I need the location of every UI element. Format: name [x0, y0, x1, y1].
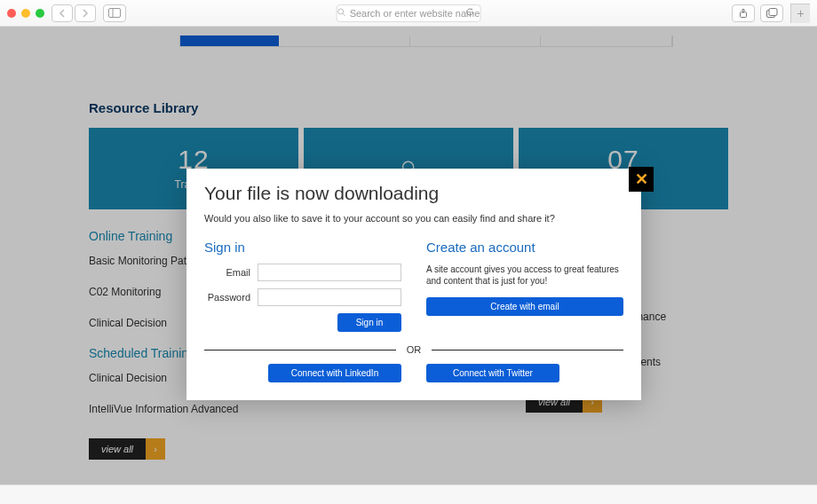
new-tab-button[interactable]: + — [790, 4, 810, 23]
sidebar-toggle-button[interactable] — [103, 4, 126, 22]
tabs-button[interactable] — [760, 4, 783, 22]
close-button[interactable]: ✕ — [629, 167, 654, 192]
close-icon: ✕ — [635, 169, 648, 189]
traffic-lights — [7, 9, 44, 18]
signin-heading: Sign in — [204, 240, 401, 255]
signin-button[interactable]: Sign in — [337, 313, 401, 332]
password-label: Password — [204, 292, 258, 303]
share-button[interactable] — [732, 4, 755, 22]
or-divider: OR — [204, 344, 623, 355]
email-label: Email — [204, 267, 258, 278]
or-label: OR — [396, 344, 432, 355]
connect-twitter-button[interactable]: Connect with Twitter — [426, 364, 559, 382]
signin-column: Sign in Email Password Sign in — [204, 240, 401, 332]
search-icon — [337, 8, 346, 19]
browser-toolbar: Search or enter website name + — [0, 0, 817, 27]
download-modal: ✕ Your file is now downloading Would you… — [186, 169, 641, 400]
page-content: Resource Library 12 Training ○ 07 nts On… — [0, 27, 817, 504]
modal-subtitle: Would you also like to save it to your a… — [204, 213, 623, 224]
svg-rect-0 — [109, 9, 121, 18]
svg-rect-7 — [769, 9, 777, 16]
maximize-window-button[interactable] — [36, 9, 44, 18]
svg-line-3 — [343, 13, 345, 16]
forward-button[interactable] — [75, 4, 96, 22]
back-button[interactable] — [52, 4, 73, 22]
create-desc: A site account gives you access to great… — [426, 264, 623, 287]
create-account-column: Create an account A site account gives y… — [426, 240, 623, 332]
close-window-button[interactable] — [7, 9, 16, 18]
url-bar[interactable]: Search or enter website name — [337, 4, 481, 22]
modal-title: Your file is now downloading — [204, 183, 623, 204]
connect-linkedin-button[interactable]: Connect with LinkedIn — [268, 364, 401, 382]
email-field[interactable] — [258, 264, 401, 281]
reload-icon[interactable] — [464, 7, 474, 19]
svg-point-2 — [338, 9, 344, 14]
bottom-bar — [0, 484, 817, 504]
create-heading: Create an account — [426, 240, 623, 255]
url-placeholder: Search or enter website name — [350, 8, 480, 19]
minimize-window-button[interactable] — [21, 9, 30, 18]
create-with-email-button[interactable]: Create with email — [426, 297, 623, 316]
password-field[interactable] — [258, 288, 401, 306]
